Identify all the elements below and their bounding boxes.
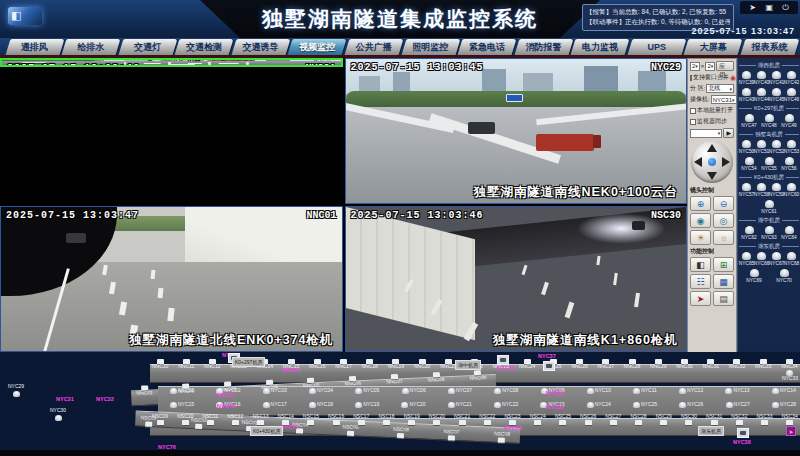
camera-item[interactable]: NYC47 bbox=[742, 114, 756, 128]
map-camera[interactable]: NSC20 bbox=[429, 414, 445, 425]
highlighted-camera-label[interactable]: NYC31 bbox=[56, 396, 74, 402]
map-camera[interactable]: NYC33 bbox=[782, 370, 798, 383]
menu-tab[interactable]: 视频监控 bbox=[290, 39, 344, 55]
highlighted-camera-label[interactable]: NYC38 bbox=[733, 439, 751, 445]
menu-tab[interactable]: 消防报警 bbox=[517, 39, 571, 55]
map-camera[interactable]: NSC33 bbox=[757, 414, 773, 425]
map-camera[interactable]: NSC21 bbox=[454, 414, 470, 425]
camera-item[interactable]: NYC43 bbox=[740, 88, 754, 102]
camera-item[interactable]: NYC44 bbox=[755, 88, 769, 102]
map-camera[interactable]: NYC08 bbox=[494, 388, 518, 394]
map-camera[interactable]: NYC07 bbox=[448, 388, 472, 394]
menu-tab[interactable]: UPS bbox=[630, 39, 684, 55]
map-camera[interactable]: NSC25 bbox=[555, 414, 571, 425]
video-tile-nsc30[interactable]: 2025-07-15 13:03:46 NSC30 独墅湖南隧道南线K1+860… bbox=[345, 206, 688, 352]
iris-close-icon[interactable]: ☼ bbox=[713, 230, 734, 245]
map-camera[interactable]: NSC28 bbox=[630, 414, 646, 425]
camera-item[interactable]: NYC45 bbox=[770, 88, 784, 102]
menu-tab[interactable]: 公共广播 bbox=[347, 39, 401, 55]
apply-button[interactable]: 应用 bbox=[716, 61, 734, 71]
map-camera[interactable]: NSC02 bbox=[191, 418, 208, 429]
map-camera[interactable]: NNC11 bbox=[178, 359, 194, 370]
video-tile-nyc31[interactable]: 2025-07-15 13:03:46 NYC31 独墅湖南隧道北线K2+290… bbox=[0, 58, 343, 67]
focus-near-icon[interactable]: ◉ bbox=[690, 213, 711, 228]
map-camera[interactable]: NSC07 bbox=[443, 429, 460, 440]
map-camera[interactable]: NYC30 bbox=[50, 408, 66, 421]
menu-tab[interactable]: 紧急电话 bbox=[460, 39, 514, 55]
pan-up-icon[interactable] bbox=[707, 144, 717, 152]
highlighted-camera-label[interactable]: NYC72 bbox=[497, 365, 515, 371]
map-camera[interactable]: NYC10 bbox=[587, 388, 611, 394]
camera-item[interactable]: NYC41 bbox=[770, 71, 784, 85]
map-camera[interactable]: NYC27 bbox=[726, 402, 750, 408]
map-camera[interactable]: NSC24 bbox=[530, 414, 546, 425]
camera-item[interactable]: NYC70 bbox=[777, 269, 791, 283]
map-camera[interactable]: NYC22 bbox=[494, 402, 518, 408]
box-camera-icon[interactable] bbox=[543, 361, 555, 371]
map-camera[interactable]: NYC18 bbox=[309, 402, 333, 408]
map-camera[interactable]: NYC20 bbox=[401, 402, 425, 408]
highlighted-camera-label[interactable]: NYC36 bbox=[546, 404, 564, 410]
map-camera[interactable]: NYC14 bbox=[772, 388, 796, 394]
camera-item[interactable]: NYC56 bbox=[782, 157, 796, 171]
merge-window-checkbox[interactable] bbox=[690, 75, 692, 81]
box-camera-icon[interactable] bbox=[737, 428, 749, 438]
map-camera[interactable]: NYC24 bbox=[587, 402, 611, 408]
map-camera[interactable]: NYC11 bbox=[633, 388, 657, 394]
map-camera[interactable]: NSC18 bbox=[378, 414, 394, 425]
camera-item[interactable]: NYC54 bbox=[742, 157, 756, 171]
menu-tab[interactable]: 报表系统 bbox=[743, 39, 797, 55]
map-camera[interactable]: NNC09 bbox=[469, 370, 486, 381]
camera-item[interactable]: NYC40 bbox=[755, 71, 769, 85]
map-camera[interactable]: NNC26 bbox=[571, 359, 587, 370]
camera-item[interactable]: NYC68 bbox=[785, 252, 799, 266]
power-icon[interactable]: ⏻ bbox=[782, 4, 788, 12]
camera-item[interactable]: NYC59 bbox=[770, 183, 784, 197]
focus-far-icon[interactable]: ◎ bbox=[713, 213, 734, 228]
camera-item[interactable]: NYC64 bbox=[782, 226, 796, 240]
map-camera[interactable]: NYC21 bbox=[448, 402, 472, 408]
zoom-in-icon[interactable]: ⊕ bbox=[690, 196, 711, 211]
layout-rows-select[interactable]: 2▾ bbox=[705, 62, 715, 71]
camera-item[interactable]: NYC60 bbox=[785, 183, 799, 197]
camera-item[interactable]: NYC63 bbox=[762, 226, 776, 240]
map-camera[interactable]: NNC20 bbox=[414, 359, 430, 370]
map-camera[interactable]: NSC23 bbox=[504, 414, 520, 425]
map-camera[interactable]: NNC08 bbox=[428, 372, 445, 383]
local-batch-checkbox[interactable] bbox=[690, 108, 696, 114]
camera-item[interactable]: NYC57 bbox=[740, 183, 754, 197]
joystick-center[interactable] bbox=[708, 158, 716, 166]
map-camera[interactable]: NNC27 bbox=[598, 359, 614, 370]
map-cursor-icon[interactable]: ➤ bbox=[786, 426, 796, 436]
map-camera[interactable]: NSC31 bbox=[706, 414, 722, 425]
map-camera[interactable]: NNC12 bbox=[204, 359, 220, 370]
camera-item[interactable]: NYC52 bbox=[770, 140, 784, 154]
map-camera[interactable]: NNC18 bbox=[362, 359, 378, 370]
highlighted-camera-label[interactable]: NYC32 bbox=[96, 396, 114, 402]
camera-item[interactable]: NYC58 bbox=[755, 183, 769, 197]
map-camera[interactable]: NNC30 bbox=[676, 359, 692, 370]
preset-play-button[interactable]: ▶ bbox=[723, 128, 734, 138]
map-camera[interactable]: NYC01 bbox=[170, 388, 194, 394]
map-camera[interactable]: NSC06 bbox=[393, 427, 410, 438]
map-camera[interactable]: NYC13 bbox=[725, 388, 749, 394]
map-camera[interactable]: NNC34 bbox=[781, 359, 797, 370]
map-camera[interactable]: NNC33 bbox=[755, 359, 771, 370]
preset-select[interactable]: ▾ bbox=[690, 129, 722, 138]
ptz-joystick[interactable] bbox=[691, 141, 733, 183]
cursor-icon[interactable]: ➤ bbox=[749, 4, 756, 12]
map-camera[interactable]: NSC32 bbox=[731, 414, 747, 425]
box-camera-icon[interactable] bbox=[497, 355, 509, 365]
monitor-icon[interactable]: ▦ bbox=[713, 274, 734, 289]
camera-item[interactable]: NYC50 bbox=[740, 140, 754, 154]
map-camera[interactable]: NNC31 bbox=[703, 359, 719, 370]
map-camera[interactable]: NYC25 bbox=[633, 402, 657, 408]
camera-item[interactable]: NYC51 bbox=[755, 140, 769, 154]
highlighted-camera-label[interactable]: NYC78 bbox=[217, 403, 235, 409]
highlighted-camera-label[interactable]: NYC35 bbox=[546, 390, 564, 396]
camera-item[interactable]: NYC69 bbox=[747, 269, 761, 283]
video-tile-nyc29[interactable]: 2025-07-15 13:03:45 NYC29 独墅湖南隧道南线NEK0+1… bbox=[345, 58, 688, 204]
menu-tab[interactable]: 通排风 bbox=[8, 39, 62, 55]
display-icon[interactable]: ▣ bbox=[765, 4, 773, 12]
map-camera[interactable]: NYC04 bbox=[309, 388, 333, 394]
